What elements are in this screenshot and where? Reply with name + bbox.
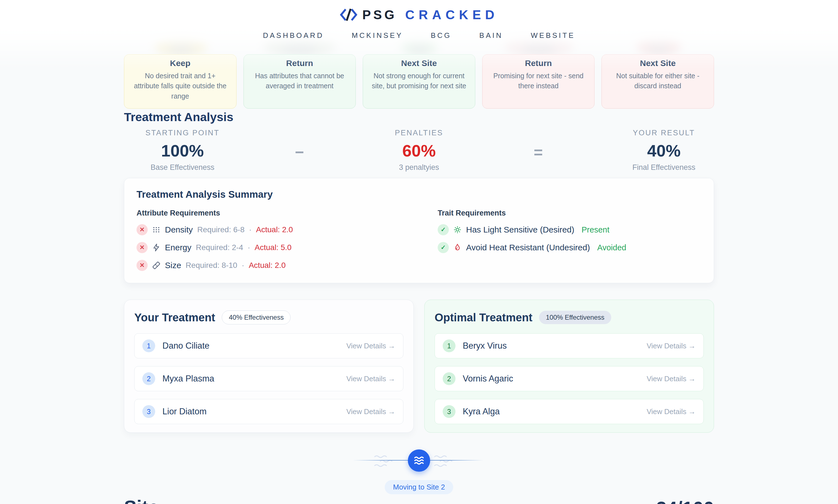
nav-bcg[interactable]: BCG (431, 31, 451, 40)
view-details-link[interactable]: View Details → (647, 375, 696, 383)
dot-separator: · (248, 243, 250, 252)
treatment-analysis-summary-card: Treatment Analysis Summary Attribute Req… (124, 178, 714, 283)
trait-requirements-section: Trait Requirements ✓ Has Light Sensitive… (438, 209, 701, 271)
pass-check-icon: ✓ (438, 224, 449, 235)
verdict-card-body: No desired trait and 1+ attribute falls … (131, 71, 229, 101)
item-name: Vornis Agaric (463, 374, 513, 384)
minus-operator: − (295, 143, 304, 161)
treatment-item[interactable]: 2 Myxa Plasma View Details → (134, 366, 404, 391)
stat-starting-point: STARTING POINT 100% Base Effectiveness (124, 129, 241, 172)
item-number-badge: 1 (142, 339, 155, 352)
brand-name-blue: CRACKED (405, 7, 499, 22)
nav-dashboard[interactable]: DASHBOARD (263, 31, 324, 40)
nav-bain[interactable]: BAIN (479, 31, 503, 40)
verdict-card-body: Promising for next site - send there ins… (490, 71, 587, 91)
trait-name: Avoid Heat Resistant (Undesired) (466, 243, 590, 252)
nav-website[interactable]: WEBSITE (531, 31, 575, 40)
item-name: Kyra Alga (463, 407, 500, 417)
stat-value: 100% (124, 141, 241, 160)
trait-row-heat-resistant: ✓ Avoid Heat Resistant (Undesired) Avoid… (438, 242, 701, 253)
lightning-icon (152, 244, 160, 252)
fail-x-icon: ✕ (137, 260, 148, 271)
dot-separator: · (249, 225, 252, 234)
logo[interactable]: PSG CRACKED (339, 7, 498, 22)
attribute-requirements-title: Attribute Requirements (137, 209, 438, 217)
item-name: Myxa Plasma (162, 374, 214, 384)
site-divider: Moving to Site 2 (124, 446, 714, 496)
view-details-link[interactable]: View Details → (647, 342, 696, 350)
view-details-link[interactable]: View Details → (346, 342, 395, 350)
view-details-link[interactable]: View Details → (647, 407, 696, 416)
attribute-actual: Actual: 2.0 (256, 225, 293, 234)
treatment-item[interactable]: 2 Vornis Agaric View Details → (434, 366, 704, 391)
nav-mckinsey[interactable]: MCKINSEY (352, 31, 403, 40)
attribute-row-energy: ✕ Energy Required: 2-4 · Actual: 5.0 (137, 242, 438, 253)
treatments-section: Your Treatment 40% Effectiveness 1 Dano … (124, 300, 714, 433)
verdict-card-return: Return Has attributes that cannot be ave… (244, 54, 356, 109)
stat-sub: Base Effectiveness (124, 163, 241, 172)
stat-value: 60% (360, 141, 478, 160)
stat-your-result: YOUR RESULT 40% Final Effectiveness (605, 129, 723, 172)
attribute-required: Required: 2-4 (196, 243, 243, 252)
optimal-treatment-card: Optimal Treatment 100% Effectiveness 1 B… (424, 300, 714, 433)
fail-x-icon: ✕ (137, 242, 148, 253)
pass-check-icon: ✓ (438, 242, 449, 253)
attribute-name: Size (165, 260, 181, 270)
stat-sub: 3 penaltyies (360, 163, 478, 172)
moving-to-site-badge: Moving to Site 2 (385, 480, 453, 494)
item-name: Beryx Virus (463, 341, 507, 351)
stat-value: 40% (605, 141, 723, 160)
effectiveness-badge: 40% Effectiveness (222, 310, 290, 324)
verdict-cards-row: Keep No desired trait and 1+ attribute f… (124, 54, 714, 109)
item-number-badge: 3 (443, 405, 456, 418)
brand-name-dark: PSG (362, 7, 397, 22)
attribute-actual: Actual: 5.0 (255, 243, 291, 252)
next-section-heading-partial: Site (124, 496, 159, 504)
waves-icon (408, 449, 430, 472)
main-nav: DASHBOARD MCKINSEY BCG BAIN WEBSITE (0, 31, 838, 40)
verdict-card-title: Keep (131, 58, 229, 68)
treatment-item[interactable]: 1 Dano Ciliate View Details → (134, 333, 404, 358)
attribute-row-size: ✕ Size Required: 8-10 · Actual: 2.0 (137, 260, 438, 271)
ruler-icon (152, 261, 160, 270)
item-number-badge: 3 (142, 405, 155, 418)
waves-decoration (373, 454, 404, 468)
attribute-row-density: ✕ Density Required: 6-8 · Actual: 2.0 (137, 224, 438, 235)
your-treatment-title: Your Treatment (134, 311, 215, 324)
analysis-stats: STARTING POINT 100% Base Effectiveness −… (124, 129, 714, 170)
verdict-card-title: Return (251, 58, 349, 68)
your-treatment-card: Your Treatment 40% Effectiveness 1 Dano … (124, 300, 414, 433)
treatment-item[interactable]: 1 Beryx Virus View Details → (434, 333, 704, 358)
stat-penalties: PENALTIES 60% 3 penaltyies (360, 129, 478, 172)
grid-dots-icon (152, 226, 160, 234)
attribute-required: Required: 6-8 (197, 225, 245, 234)
verdict-card-keep: Keep No desired trait and 1+ attribute f… (124, 54, 236, 109)
equals-operator: = (534, 143, 543, 161)
trait-result: Avoided (597, 243, 626, 252)
code-icon (339, 8, 358, 22)
verdict-card-body: Not strong enough for current site, but … (370, 71, 468, 91)
fail-x-icon: ✕ (137, 224, 148, 235)
verdict-card-title: Next Site (370, 58, 468, 68)
verdict-card-return-red: Return Promising for next site - send th… (482, 54, 595, 109)
treatment-item[interactable]: 3 Kyra Alga View Details → (434, 399, 704, 424)
score-partial: 24/100 (656, 497, 714, 504)
verdict-card-title: Return (490, 58, 587, 68)
waves-decoration (433, 454, 464, 468)
item-number-badge: 2 (142, 372, 155, 385)
view-details-link[interactable]: View Details → (346, 375, 395, 383)
item-number-badge: 2 (443, 372, 456, 385)
item-name: Dano Ciliate (162, 341, 210, 351)
trait-requirements-title: Trait Requirements (438, 209, 701, 217)
optimal-treatment-title: Optimal Treatment (434, 311, 532, 324)
verdict-card-body: Has attributes that cannot be averaged i… (251, 71, 349, 91)
trait-result: Present (582, 225, 609, 234)
item-number-badge: 1 (443, 339, 456, 352)
treatment-item[interactable]: 3 Lior Diatom View Details → (134, 399, 404, 424)
verdict-card-next-site-red: Next Site Not suitable for either site -… (602, 54, 714, 109)
view-details-link[interactable]: View Details → (346, 407, 395, 416)
attribute-required: Required: 8-10 (185, 261, 237, 270)
attribute-name: Density (165, 225, 193, 234)
attribute-name: Energy (165, 243, 191, 252)
dashboard-page: Keep No desired trait and 1+ attribute f… (0, 0, 838, 504)
